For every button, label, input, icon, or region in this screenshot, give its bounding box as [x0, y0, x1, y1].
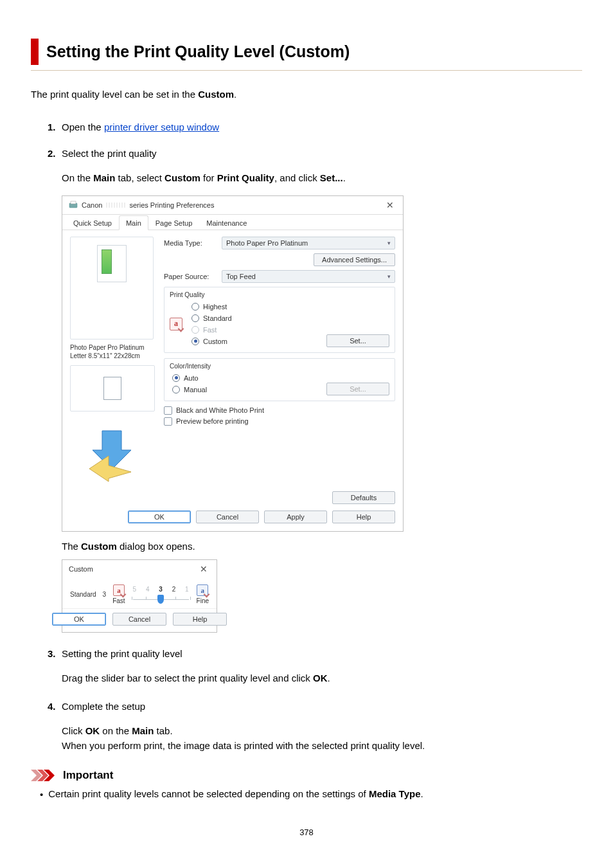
- help-button[interactable]: Help: [332, 511, 395, 523]
- tick-4: 4: [146, 586, 150, 593]
- orientation-preview: [70, 365, 155, 411]
- printer-icon: [69, 201, 78, 210]
- paper-line1: Photo Paper Pro Platinum: [70, 343, 159, 352]
- media-type-label: Media Type:: [164, 239, 222, 247]
- ci-manual[interactable]: Manual: [172, 386, 326, 393]
- step4-number: 4.: [48, 701, 62, 712]
- pq-set-button[interactable]: Set...: [326, 334, 389, 347]
- s2b3: Print Quality: [217, 172, 274, 183]
- title-redacted: [106, 203, 125, 208]
- chevron-down-icon: ▾: [387, 273, 391, 280]
- paper-line2: Letter 8.5"x11" 22x28cm: [70, 352, 159, 360]
- tick-3: 3: [159, 586, 163, 593]
- tab-maintenance[interactable]: Maintenance: [199, 215, 254, 230]
- pq-highest[interactable]: Highest: [191, 303, 326, 311]
- imp-pre: Certain print quality levels cannot be s…: [48, 788, 369, 799]
- title-rule: [31, 70, 582, 71]
- tab-main[interactable]: Main: [119, 215, 148, 230]
- dialog-title-suffix: series Printing Preferences: [129, 201, 214, 209]
- preview-before-printing-check[interactable]: Preview before printing: [164, 417, 395, 426]
- page-title: Setting the Print Quality Level (Custom): [46, 42, 582, 61]
- step4-body: Click OK on the Main tab. When you perfo…: [62, 723, 582, 754]
- s4b2: Main: [132, 725, 154, 736]
- pq-custom[interactable]: Custom: [191, 338, 326, 345]
- a-glyph: a: [201, 586, 205, 594]
- chevron-down-icon: ▾: [387, 240, 391, 246]
- s4p3: tab.: [154, 725, 172, 736]
- paper-source-value: Top Feed: [226, 273, 256, 280]
- ci-set-button: Set...: [326, 383, 389, 395]
- s2p1: On the: [62, 172, 93, 183]
- step2-title: Select the print quality: [62, 148, 157, 159]
- cap-post: dialog box opens.: [117, 541, 195, 552]
- tick-1: 1: [185, 586, 189, 593]
- custom-cancel-button[interactable]: Cancel: [112, 613, 166, 626]
- fine-label: Fine: [197, 597, 209, 604]
- a-glyph: a: [174, 319, 178, 329]
- fast-label: Fast: [112, 597, 125, 604]
- s4p2: on the: [100, 725, 132, 736]
- media-type-value: Photo Paper Pro Platinum: [226, 239, 308, 247]
- apply-button[interactable]: Apply: [264, 511, 327, 523]
- media-type-combo[interactable]: Photo Paper Pro Platinum ▾: [222, 237, 395, 249]
- s3p1: Drag the slider bar to select the print …: [62, 673, 313, 683]
- dialog-title-prefix: Canon: [82, 201, 102, 209]
- tab-strip: Quick Setup Main Page Setup Maintenance: [62, 215, 403, 230]
- intro-bold: Custom: [198, 89, 234, 100]
- pq-fast: Fast: [191, 326, 326, 334]
- defaults-button[interactable]: Defaults: [332, 491, 395, 504]
- tick-2: 2: [172, 586, 176, 593]
- custom-help-button[interactable]: Help: [173, 613, 227, 626]
- close-button[interactable]: ✕: [384, 200, 396, 210]
- important-item: Certain print quality levels cannot be s…: [48, 787, 423, 802]
- printer-driver-setup-link[interactable]: printer driver setup window: [104, 122, 219, 132]
- custom-dialog: Custom ✕ Standard 3 a Fast: [62, 559, 217, 633]
- bullet-icon: •: [40, 787, 43, 802]
- quality-slider[interactable]: [132, 594, 190, 603]
- s3b: OK: [313, 673, 328, 683]
- printing-preferences-dialog: Canon series Printing Preferences ✕ Quic…: [62, 195, 404, 532]
- step2-number: 2.: [48, 148, 62, 159]
- paper-source-combo[interactable]: Top Feed ▾: [222, 270, 395, 283]
- step1-pre: Open the: [62, 122, 104, 132]
- fast-a-icon: a: [113, 584, 125, 596]
- s4b1: OK: [85, 725, 100, 736]
- tab-page-setup[interactable]: Page Setup: [148, 215, 200, 230]
- color-intensity-group: Color/Intensity Auto Manual Set...: [164, 358, 395, 401]
- svg-rect-1: [71, 201, 76, 204]
- cancel-button[interactable]: Cancel: [196, 511, 259, 523]
- s2b1: Main: [93, 172, 115, 183]
- advanced-settings-button[interactable]: Advanced Settings...: [314, 253, 395, 266]
- pq-standard-label: Standard: [203, 314, 232, 322]
- page-number: 378: [31, 827, 582, 837]
- pq-custom-label: Custom: [203, 338, 227, 345]
- ok-button[interactable]: OK: [128, 511, 191, 523]
- important-icon: [31, 770, 57, 781]
- tick-5: 5: [133, 586, 137, 593]
- pq-standard[interactable]: Standard: [191, 314, 326, 322]
- imp-post: .: [421, 788, 423, 799]
- step3-number: 3.: [48, 648, 62, 659]
- ci-auto[interactable]: Auto: [172, 374, 326, 382]
- intro-pre: The print quality level can be set in th…: [31, 89, 198, 100]
- imp-bold: Media Type: [369, 788, 421, 799]
- tab-quick-setup[interactable]: Quick Setup: [66, 215, 119, 230]
- slider-thumb[interactable]: [157, 595, 164, 604]
- a-glyph: a: [117, 586, 121, 594]
- ci-auto-label: Auto: [184, 374, 199, 382]
- fine-a-icon: a: [197, 584, 208, 596]
- step3-title: Setting the print quality level: [62, 648, 182, 659]
- pq-highest-label: Highest: [203, 303, 227, 311]
- slider-ticks: 5 4 3 2 1: [132, 586, 190, 593]
- preview-label: Preview before printing: [176, 417, 249, 425]
- step4-title: Complete the setup: [62, 701, 145, 712]
- bw-photo-print-check[interactable]: Black and White Photo Print: [164, 406, 395, 415]
- pq-fast-label: Fast: [203, 326, 217, 334]
- step1-title: Open the printer driver setup window: [62, 122, 219, 132]
- s2p2: tab, select: [115, 172, 164, 183]
- step1-number: 1.: [48, 122, 62, 132]
- custom-ok-button[interactable]: OK: [52, 613, 106, 626]
- custom-close-button[interactable]: ✕: [197, 564, 210, 574]
- intro-post: .: [234, 89, 236, 100]
- s3p2: .: [328, 673, 330, 683]
